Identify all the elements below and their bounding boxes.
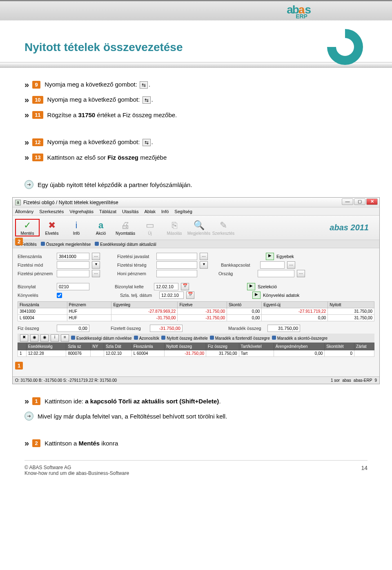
field-fizossz[interactable] xyxy=(57,325,89,332)
row-action-maradekfiz[interactable]: Maradék a fizetendő összegre xyxy=(210,336,270,341)
maximize-button[interactable]: ▢ xyxy=(354,198,365,205)
step-12-badge: 12 xyxy=(32,138,43,146)
label-konyveles: Könyvelés xyxy=(18,293,54,298)
print-button[interactable]: 🖨Nyomtatás xyxy=(113,220,138,236)
label-konyvadatok[interactable]: Könyvelési adatok xyxy=(263,293,299,298)
tab-button-icon[interactable]: ⇆ xyxy=(143,96,151,104)
osszegek-toggle[interactable]: Összegek megjelenítése xyxy=(41,242,91,247)
lookup-icon[interactable]: … xyxy=(92,270,100,277)
step-b1-text: Kattintson ide: a kapcsoló Törli az aktu… xyxy=(45,398,368,405)
label-szelekcio[interactable]: Szelekció xyxy=(258,284,277,289)
row-action-nyitott[interactable]: Nyitott összeg átvétele xyxy=(161,336,208,341)
new-button[interactable]: ▭Új xyxy=(138,220,162,236)
step-b2-badge: 2 xyxy=(32,439,40,447)
action-button[interactable]: aAkció xyxy=(89,220,113,236)
menu-segitseg[interactable]: Segítség xyxy=(174,209,192,214)
lookup-icon[interactable]: … xyxy=(200,253,208,260)
menu-info[interactable]: Infó xyxy=(161,209,169,214)
row-action-azon[interactable]: Azonosítók xyxy=(134,336,159,341)
field-bizkelte[interactable] xyxy=(154,283,178,290)
field-honipenznem[interactable] xyxy=(156,270,197,277)
date-icon[interactable]: 📅 xyxy=(181,283,189,290)
footer-tagline: Know-how rund um die abas-Business-Softw… xyxy=(24,470,129,476)
label-ellenszamla: Ellenszámla xyxy=(18,254,54,259)
row-action-maradeksk[interactable]: Maradék a skontó-összegre xyxy=(272,336,327,341)
lookup-icon[interactable]: … xyxy=(297,270,305,277)
dropdown-icon[interactable]: ▾ xyxy=(200,261,208,269)
field-fizterseg[interactable] xyxy=(156,261,197,269)
table-row[interactable]: L 60004 HUF -31.750,00 -31.750,00 0,00 0… xyxy=(18,315,374,321)
field-orszag[interactable] xyxy=(258,270,294,277)
field-maradek xyxy=(267,325,300,332)
label-szlatelj: Szla. telj. dátum xyxy=(120,293,157,298)
menu-szerkesztes[interactable]: Szerkesztés xyxy=(39,209,64,214)
lookup-icon[interactable]: … xyxy=(92,253,100,260)
menu-vegrehajtas[interactable]: Végrehajtás xyxy=(69,209,94,214)
field-bizonylat[interactable] xyxy=(57,283,89,290)
checkbox-konyveles[interactable] xyxy=(57,293,62,298)
status-values: O: 31750.00 B: -31750.00 S: -27911719.22… xyxy=(15,378,117,383)
menu-tablazat[interactable]: Táblázat xyxy=(99,209,116,214)
row-tool-icon[interactable]: ◉ xyxy=(40,334,49,342)
menu-allomany[interactable]: Állomány xyxy=(15,209,33,214)
step-12-text: Nyomja meg a következő gombot: ⇆. xyxy=(47,138,368,146)
field-fizjavaslat[interactable] xyxy=(156,253,197,260)
status-version: 9 xyxy=(374,378,377,383)
chevron-icon: » xyxy=(24,110,29,120)
dropdown-icon[interactable]: ▾ xyxy=(92,261,100,269)
app-window: 2 1 a Fizetési obligó / Nyitott tételek … xyxy=(12,197,380,384)
label-fizjavaslat: Fizetési javaslat xyxy=(117,254,154,259)
step-11-badge: 11 xyxy=(32,111,43,119)
label-fizpenznem: Fizetési pénznem xyxy=(18,271,54,276)
edit-button[interactable]: ✎Szerkesztés xyxy=(211,220,236,236)
field-ellenszamla[interactable] xyxy=(57,253,89,260)
col-skonto: Skontó xyxy=(227,302,262,308)
chevron-icon: » xyxy=(24,153,29,162)
step-9-badge: 9 xyxy=(32,81,40,89)
copy-button[interactable]: ⎘Másolás xyxy=(162,220,187,236)
field-bankkapcs[interactable] xyxy=(260,261,285,269)
date-icon[interactable]: 📅 xyxy=(186,292,194,299)
col-fizetve: Fizetve xyxy=(178,302,227,308)
info-button[interactable]: iInfó xyxy=(64,220,89,236)
abas-logo: a b a s ERP xyxy=(287,3,310,20)
delete-row-button[interactable]: ✖ xyxy=(20,334,28,342)
row-tool-icon[interactable]: ◉ xyxy=(30,334,38,342)
field-fizmod[interactable] xyxy=(57,261,89,269)
chevron-icon: » xyxy=(24,138,29,147)
table-row[interactable]: 3841000 HUF -27.879.969,22 -31.750,00 0,… xyxy=(18,308,374,315)
close-button[interactable]: ✕ xyxy=(366,198,378,205)
row-tool-icon[interactable]: ≡ xyxy=(61,334,69,342)
view-button[interactable]: 🔍Megjelenítés xyxy=(187,220,211,236)
balance-table: Fkvszámla Pénznem Egyenleg Fizetve Skont… xyxy=(18,301,374,321)
menu-ablak[interactable]: Ablak xyxy=(144,209,156,214)
konyvadatok-button[interactable]: ▶ xyxy=(252,292,261,299)
step-b2-text: Kattintson a Mentés ikonra xyxy=(45,440,368,447)
note-1-text: Egy újabb nyitott tétel képződik a partn… xyxy=(38,181,368,188)
field-fizpenznem[interactable] xyxy=(57,270,89,277)
table-row[interactable]: 1 12.02.28 800076 12.02.10 L 60004 -31.7… xyxy=(18,350,374,357)
lookup-icon[interactable]: … xyxy=(287,261,295,269)
label-maradek: Maradék összeg xyxy=(228,326,265,331)
label-bankkapcs: Bankkapcsolat xyxy=(221,263,258,267)
menu-utasitas[interactable]: Utasítás xyxy=(122,209,138,214)
tab-button-icon[interactable]: ⇆ xyxy=(140,81,148,89)
esedek-toggle[interactable]: Esedékességi dátum aktualizál xyxy=(95,242,156,247)
label-honipenznem: Honi pénznem xyxy=(117,271,154,276)
minimize-button[interactable]: — xyxy=(342,198,353,205)
row-tool-icon[interactable]: i xyxy=(51,334,59,342)
label-egyebek[interactable]: Egyebek xyxy=(276,254,294,259)
discard-button[interactable]: ✖Elvetés xyxy=(40,220,64,236)
szelekcio-button[interactable]: ▶ xyxy=(247,283,255,290)
row-action-esedek[interactable]: Esedékességi dátum növelése xyxy=(71,336,132,341)
footer-copyright: © ABAS Software AG xyxy=(24,465,129,470)
field-szlatelj[interactable] xyxy=(159,292,184,299)
col-nyitott: Nyitott xyxy=(328,302,374,308)
label-bizkelte: Bizonylat kelte xyxy=(115,284,151,289)
callout-1-badge: 1 xyxy=(15,362,23,370)
egyebek-button[interactable]: ▶ xyxy=(266,253,274,260)
save-button[interactable]: ✓Mentés xyxy=(15,219,40,236)
label-orszag: Ország xyxy=(218,271,255,276)
tab-button-icon[interactable]: ⇆ xyxy=(143,139,151,146)
abas-badge-icon xyxy=(323,24,368,69)
